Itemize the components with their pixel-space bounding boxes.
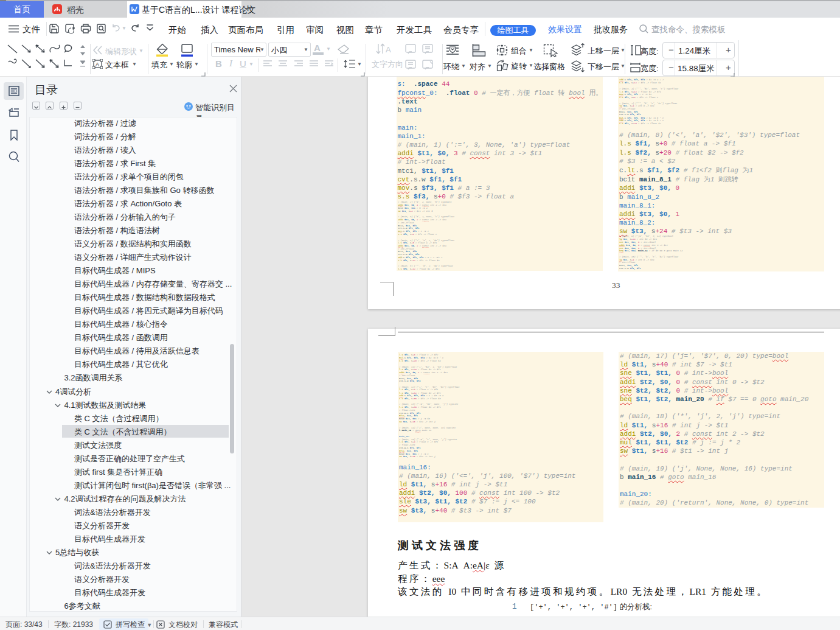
svg-text:A: A: [95, 61, 99, 68]
svg-text:A: A: [386, 45, 391, 54]
